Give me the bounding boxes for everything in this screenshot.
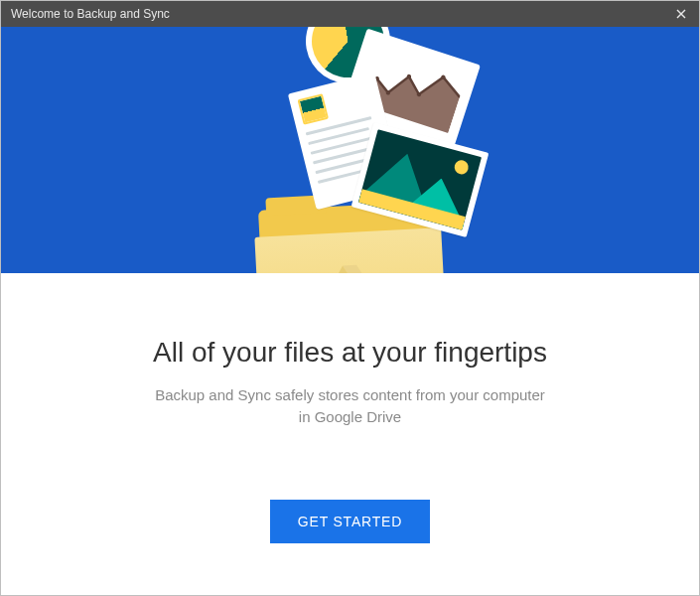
content-area: All of your files at your fingertips Bac… <box>1 273 699 595</box>
title-bar: Welcome to Backup and Sync <box>1 1 699 27</box>
hero-banner <box>1 27 699 273</box>
close-button[interactable] <box>669 4 693 24</box>
get-started-button[interactable]: GET STARTED <box>270 500 430 543</box>
headline: All of your files at your fingertips <box>153 337 547 369</box>
app-window: Welcome to Backup and Sync <box>0 0 700 596</box>
hero-illustration <box>221 27 480 273</box>
google-drive-icon <box>327 261 372 273</box>
close-icon <box>676 9 686 19</box>
subheadline: Backup and Sync safely stores content fr… <box>155 384 545 428</box>
subhead-line-2: in Google Drive <box>299 408 401 425</box>
subhead-line-1: Backup and Sync safely stores content fr… <box>155 386 545 403</box>
window-title: Welcome to Backup and Sync <box>11 7 669 21</box>
